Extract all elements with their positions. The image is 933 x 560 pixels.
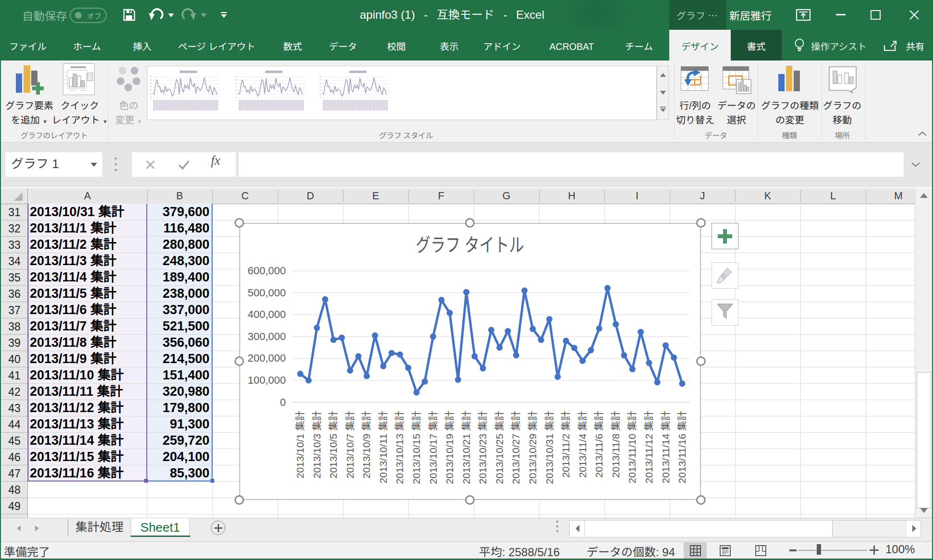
svg-text:2013/11/14 集計: 2013/11/14 集計 — [30, 433, 123, 448]
svg-text:45: 45 — [8, 435, 21, 447]
svg-text:E: E — [372, 190, 379, 202]
svg-text:2013/10/29 集計: 2013/10/29 集計 — [527, 411, 538, 484]
svg-text:2013/10/11 集計: 2013/10/11 集計 — [378, 411, 389, 483]
svg-text:2013/11/8 集計: 2013/11/8 集計 — [610, 411, 621, 478]
svg-text:214,500: 214,500 — [162, 352, 209, 366]
svg-text:259,720: 259,720 — [162, 433, 209, 448]
svg-text:2013/11/8 集計: 2013/11/8 集計 — [30, 335, 116, 350]
svg-text:337,000: 337,000 — [162, 303, 209, 317]
svg-text:238,000: 238,000 — [162, 286, 209, 301]
svg-text:41: 41 — [8, 369, 21, 382]
svg-text:M: M — [894, 190, 903, 202]
svg-text:2013/11/2 集計: 2013/11/2 集計 — [30, 237, 116, 252]
svg-text:2013/11/6 集計: 2013/11/6 集計 — [593, 411, 604, 478]
svg-text:2013/10/15 集計: 2013/10/15 集計 — [411, 411, 422, 484]
svg-text:A: A — [84, 190, 91, 202]
svg-text:2013/10/1 集計: 2013/10/1 集計 — [295, 411, 306, 478]
svg-text:2013/11/10 集計: 2013/11/10 集計 — [626, 411, 638, 483]
svg-text:521,500: 521,500 — [162, 319, 209, 333]
svg-text:2013/10/23 集計: 2013/10/23 集計 — [477, 411, 488, 484]
svg-text:33: 33 — [8, 239, 21, 251]
svg-text:2013/10/31 集計: 2013/10/31 集計 — [544, 411, 555, 484]
svg-text:280,800: 280,800 — [162, 237, 209, 252]
svg-text:2013/11/5 集計: 2013/11/5 集計 — [30, 286, 116, 301]
svg-text:248,300: 248,300 — [162, 254, 209, 268]
svg-text:2013/10/31 集計: 2013/10/31 集計 — [30, 205, 124, 219]
svg-text:35: 35 — [8, 271, 21, 284]
svg-text:2013/10/21 集計: 2013/10/21 集計 — [461, 411, 472, 484]
svg-text:200,000: 200,000 — [247, 352, 286, 364]
svg-text:85,300: 85,300 — [170, 466, 209, 480]
svg-text:2013/11/14 集計: 2013/11/14 集計 — [660, 411, 671, 483]
svg-text:600,000: 600,000 — [247, 265, 286, 277]
svg-text:2013/11/6 集計: 2013/11/6 集計 — [30, 303, 116, 317]
svg-text:36: 36 — [8, 288, 21, 300]
svg-text:2013/11/4 集計: 2013/11/4 集計 — [30, 270, 116, 284]
svg-text:116,480: 116,480 — [163, 221, 209, 235]
svg-text:2013/10/13 集計: 2013/10/13 集計 — [394, 411, 405, 484]
svg-text:44: 44 — [8, 418, 21, 431]
svg-text:39: 39 — [8, 337, 21, 349]
svg-text:91,300: 91,300 — [170, 417, 209, 431]
svg-text:2013/10/25 集計: 2013/10/25 集計 — [494, 411, 505, 484]
svg-text:L: L — [830, 190, 836, 202]
svg-text:2013/10/17 集計: 2013/10/17 集計 — [428, 411, 439, 484]
svg-text:31: 31 — [8, 206, 21, 219]
svg-text:189,400: 189,400 — [162, 270, 209, 284]
svg-text:34: 34 — [8, 255, 21, 268]
svg-text:D: D — [307, 190, 314, 202]
svg-text:2013/11/16 集計: 2013/11/16 集計 — [30, 466, 123, 480]
svg-text:2013/11/1 集計: 2013/11/1 集計 — [30, 221, 116, 235]
svg-text:B: B — [176, 190, 183, 202]
svg-text:2013/11/11 集計: 2013/11/11 集計 — [30, 384, 123, 399]
svg-text:2013/10/19 集計: 2013/10/19 集計 — [444, 411, 455, 484]
svg-text:42: 42 — [8, 386, 21, 398]
svg-text:2013/11/12 集計: 2013/11/12 集計 — [30, 401, 123, 415]
svg-text:47: 47 — [8, 467, 21, 480]
svg-text:2013/11/15 集計: 2013/11/15 集計 — [30, 450, 123, 464]
svg-text:C: C — [241, 190, 249, 202]
svg-text:H: H — [568, 190, 576, 202]
svg-text:500,000: 500,000 — [247, 287, 286, 299]
svg-text:48: 48 — [8, 484, 21, 496]
svg-text:2013/11/10 集計: 2013/11/10 集計 — [30, 368, 123, 382]
svg-text:2013/11/4 集計: 2013/11/4 集計 — [577, 411, 588, 478]
svg-text:2013/11/3 集計: 2013/11/3 集計 — [30, 254, 116, 268]
svg-text:2013/11/9 集計: 2013/11/9 集計 — [30, 352, 116, 366]
svg-text:204,100: 204,100 — [162, 450, 209, 464]
svg-text:400,000: 400,000 — [247, 308, 286, 320]
svg-text:G: G — [503, 190, 511, 202]
svg-text:2013/11/2 集計: 2013/11/2 集計 — [560, 411, 571, 478]
svg-text:2013/11/13 集計: 2013/11/13 集計 — [30, 417, 123, 431]
svg-text:2013/10/3 集計: 2013/10/3 集計 — [311, 411, 322, 478]
svg-text:100,000: 100,000 — [247, 374, 286, 386]
svg-text:379,600: 379,600 — [162, 205, 209, 219]
svg-text:40: 40 — [8, 353, 21, 365]
svg-text:49: 49 — [8, 500, 21, 512]
svg-text:37: 37 — [8, 304, 21, 317]
svg-text:2013/10/9 集計: 2013/10/9 集計 — [361, 411, 372, 478]
svg-text:0: 0 — [280, 396, 286, 408]
svg-text:2013/11/7 集計: 2013/11/7 集計 — [30, 319, 116, 333]
svg-text:46: 46 — [8, 451, 21, 463]
svg-text:I: I — [636, 190, 638, 202]
svg-text:32: 32 — [8, 222, 21, 235]
svg-text:J: J — [700, 190, 705, 202]
svg-text:300,000: 300,000 — [247, 330, 286, 342]
svg-text:F: F — [438, 190, 444, 202]
svg-text:356,060: 356,060 — [162, 335, 209, 350]
svg-text:K: K — [764, 190, 772, 202]
svg-text:43: 43 — [8, 402, 21, 414]
svg-text:38: 38 — [8, 320, 21, 333]
svg-text:2013/10/7 集計: 2013/10/7 集計 — [344, 411, 356, 478]
svg-text:2013/11/12 集計: 2013/11/12 集計 — [643, 411, 654, 483]
svg-text:2013/10/27 集計: 2013/10/27 集計 — [510, 411, 521, 484]
svg-text:151,400: 151,400 — [162, 368, 209, 382]
svg-text:320,980: 320,980 — [162, 384, 209, 399]
svg-text:2013/11/16 集計: 2013/11/16 集計 — [676, 411, 687, 483]
svg-text:2013/10/5 集計: 2013/10/5 集計 — [328, 411, 339, 478]
svg-text:179,800: 179,800 — [162, 401, 209, 415]
svg-text:グラフ タイトル: グラフ タイトル — [416, 234, 524, 256]
